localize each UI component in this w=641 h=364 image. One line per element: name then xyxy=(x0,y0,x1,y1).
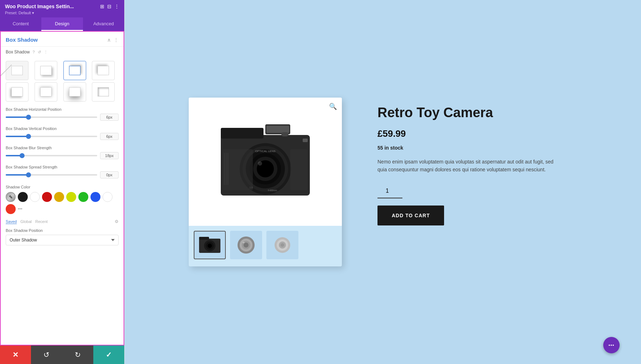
section-controls: ∧ ⋮ xyxy=(107,37,119,43)
vertical-value[interactable]: 6px xyxy=(100,133,119,140)
panel-header-icons: ⊞ ⊟ ⋮ xyxy=(100,4,119,9)
settings-icon[interactable]: ⊞ xyxy=(100,4,104,9)
shadow-more-icon[interactable]: ⋮ xyxy=(44,50,48,54)
thumbnail-1[interactable] xyxy=(194,231,226,259)
product-description: Nemo enim ipsam voluptatem quia voluptas… xyxy=(377,158,563,174)
blur-track xyxy=(6,155,97,156)
eyedropper-swatch[interactable]: ✎ xyxy=(6,192,16,202)
svg-text:f=80mm: f=80mm xyxy=(268,189,277,192)
spread-thumb[interactable] xyxy=(26,172,31,177)
shadow-preset-right-bottom[interactable] xyxy=(35,61,57,80)
product-price: £59.99 xyxy=(377,128,563,139)
shadow-preset-top-right[interactable] xyxy=(63,61,86,80)
left-panel: Woo Product Images Settin... ⊞ ⊟ ⋮ Prese… xyxy=(0,0,125,364)
horizontal-thumb[interactable] xyxy=(26,115,31,120)
thumb-lens-icon xyxy=(234,234,259,256)
reset-button[interactable]: ↺ xyxy=(31,345,62,364)
blur-label: Box Shadow Blur Strength xyxy=(6,146,119,150)
color-settings-icon[interactable]: ⚙ xyxy=(115,219,119,224)
blur-thumb[interactable] xyxy=(20,153,25,158)
collapse-icon[interactable]: ∧ xyxy=(107,37,111,43)
color-more-icon[interactable]: ••• xyxy=(18,207,22,212)
help-icon[interactable]: ? xyxy=(32,50,35,54)
horizontal-position-group: Box Shadow Horizontal Position 6px xyxy=(1,105,124,124)
thumbnail-2[interactable] xyxy=(230,231,262,259)
redo-button[interactable]: ↻ xyxy=(62,345,93,364)
vertical-fill xyxy=(6,136,28,137)
shadow-preset-bottom-left[interactable] xyxy=(6,82,28,102)
product-layout: 🔍 xyxy=(189,98,577,266)
spread-value[interactable]: 0px xyxy=(100,171,119,178)
shadow-preset-none[interactable] xyxy=(6,61,28,80)
product-name: Retro Toy Camera xyxy=(377,105,563,121)
spread-group: Box Shadow Spread Strength 0px xyxy=(1,163,124,182)
grid-icon[interactable]: ⊟ xyxy=(107,4,111,9)
confirm-icon: ✓ xyxy=(106,350,112,359)
panel-title: Woo Product Images Settin... xyxy=(5,4,74,9)
spread-label: Box Shadow Spread Strength xyxy=(6,165,119,169)
product-card: 🔍 xyxy=(189,98,342,266)
svg-point-34 xyxy=(281,243,284,247)
section-more-icon[interactable]: ⋮ xyxy=(114,37,119,43)
preset-selector[interactable]: Preset: Default ▾ xyxy=(5,11,119,15)
shadow-preset-center[interactable] xyxy=(35,82,57,102)
shadow-preset-top-left[interactable] xyxy=(92,61,115,80)
tab-advanced[interactable]: Advanced xyxy=(83,17,124,31)
thumbnail-3[interactable] xyxy=(266,231,298,259)
vertical-track xyxy=(6,136,97,137)
color-tab-global[interactable]: Global xyxy=(20,219,32,224)
position-select[interactable]: Outer Shadow Inner Shadow xyxy=(6,235,119,245)
vertical-thumb[interactable] xyxy=(26,134,31,139)
section-title: Box Shadow xyxy=(6,37,38,43)
svg-point-29 xyxy=(244,243,249,248)
color-swatch-green[interactable] xyxy=(78,192,88,202)
zoom-icon[interactable]: 🔍 xyxy=(329,103,337,110)
color-tab-recent[interactable]: Recent xyxy=(35,219,48,224)
product-stock: 55 in stock xyxy=(377,145,563,151)
color-swatch-white2[interactable] xyxy=(103,192,113,202)
color-swatch-black[interactable] xyxy=(18,192,28,202)
add-to-cart-button[interactable]: ADD TO CART xyxy=(377,206,444,225)
color-swatch-blue[interactable] xyxy=(90,192,100,202)
svg-rect-17 xyxy=(290,149,307,190)
horizontal-track xyxy=(6,116,97,118)
svg-text:OPTICAL  LENS: OPTICAL LENS xyxy=(255,150,275,153)
cancel-button[interactable]: ✕ xyxy=(0,345,31,364)
fab-dots-icon: ••• xyxy=(609,343,615,348)
svg-rect-3 xyxy=(266,126,289,133)
panel-header: Woo Product Images Settin... ⊞ ⊟ ⋮ Prese… xyxy=(0,0,124,17)
color-tab-saved[interactable]: Saved xyxy=(6,219,17,224)
more-options-icon[interactable]: ⋮ xyxy=(114,4,119,9)
box-shadow-control-row: Box Shadow ? ↺ ⋮ xyxy=(1,47,124,57)
product-camera-svg: OPTICAL LENS 1:8 f=80mm xyxy=(210,114,320,210)
blur-group: Box Shadow Blur Strength 18px xyxy=(1,144,124,163)
product-info: Retro Toy Camera £59.99 55 in stock Nemo… xyxy=(363,98,577,233)
tab-content[interactable]: Content xyxy=(0,17,41,31)
panel-tabs: Content Design Advanced xyxy=(0,17,124,31)
confirm-button[interactable]: ✓ xyxy=(93,345,124,364)
tab-design[interactable]: Design xyxy=(41,17,83,31)
horizontal-value[interactable]: 6px xyxy=(100,114,119,121)
blur-value[interactable]: 18px xyxy=(100,152,119,159)
svg-rect-14 xyxy=(303,139,308,142)
color-swatch-white[interactable] xyxy=(30,192,40,202)
section-header: Box Shadow ∧ ⋮ xyxy=(1,32,124,47)
color-swatch-yellow-green[interactable] xyxy=(66,192,76,202)
product-main-image: 🔍 xyxy=(189,98,342,226)
svg-rect-1 xyxy=(221,128,264,139)
thumb-circle-icon xyxy=(270,234,295,256)
reset-shadow-icon[interactable]: ↺ xyxy=(38,50,41,54)
color-tabs-row: Saved Global Recent ⚙ xyxy=(1,217,124,225)
quantity-input[interactable] xyxy=(377,184,402,198)
color-swatch-yellow[interactable] xyxy=(54,192,64,202)
fab-button[interactable]: ••• xyxy=(603,337,620,353)
color-swatch-orange-red[interactable] xyxy=(6,204,16,214)
color-swatches: ✎ ••• xyxy=(6,192,119,214)
shadow-preset-inner[interactable] xyxy=(92,82,115,102)
shadow-color-section: Shadow Color ✎ ••• xyxy=(1,182,124,217)
position-label: Box Shadow Position xyxy=(6,228,119,233)
vertical-position-group: Box Shadow Vertical Position 6px xyxy=(1,124,124,144)
shadow-preset-outer-full[interactable] xyxy=(63,82,86,102)
color-swatch-red[interactable] xyxy=(42,192,52,202)
redo-icon: ↻ xyxy=(75,350,81,359)
